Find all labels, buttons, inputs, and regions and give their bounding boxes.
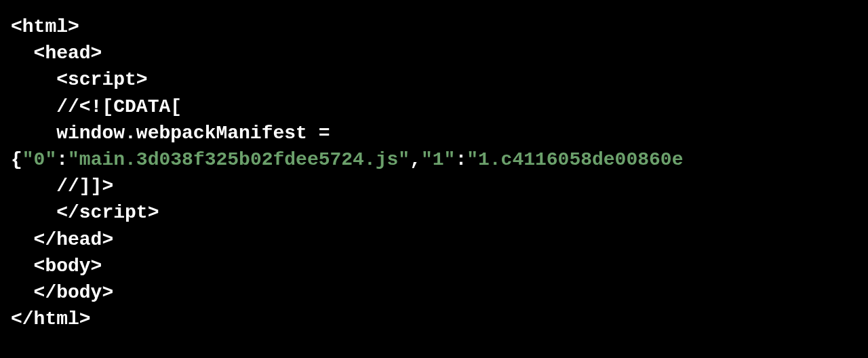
head-close-tag: </head>: [11, 229, 113, 250]
colon-1: :: [455, 149, 467, 170]
manifest-assignment: window.webpackManifest =: [11, 123, 330, 144]
head-open-tag: <head>: [11, 43, 102, 64]
body-close-tag: </body>: [11, 282, 113, 303]
brace-open: {: [11, 149, 22, 170]
body-open-tag: <body>: [11, 256, 102, 277]
html-close-tag: </html>: [11, 309, 91, 330]
comma-0: ,: [410, 149, 421, 170]
script-open-tag: <script>: [11, 69, 148, 90]
code-snippet: <html> <head> <script> //<![CDATA[ windo…: [11, 14, 857, 332]
cdata-close: //]]>: [11, 176, 113, 197]
json-key-0: "0": [22, 149, 56, 170]
colon-0: :: [56, 149, 68, 170]
json-val-1-partial: "1.c4116058de00860e: [467, 149, 683, 170]
html-open-tag: <html>: [11, 16, 79, 37]
json-key-1: "1": [421, 149, 455, 170]
cdata-open: //<![CDATA[: [11, 96, 182, 117]
json-val-0: "main.3d038f325b02fdee5724.js": [68, 149, 410, 170]
script-close-tag: </script>: [11, 202, 159, 223]
